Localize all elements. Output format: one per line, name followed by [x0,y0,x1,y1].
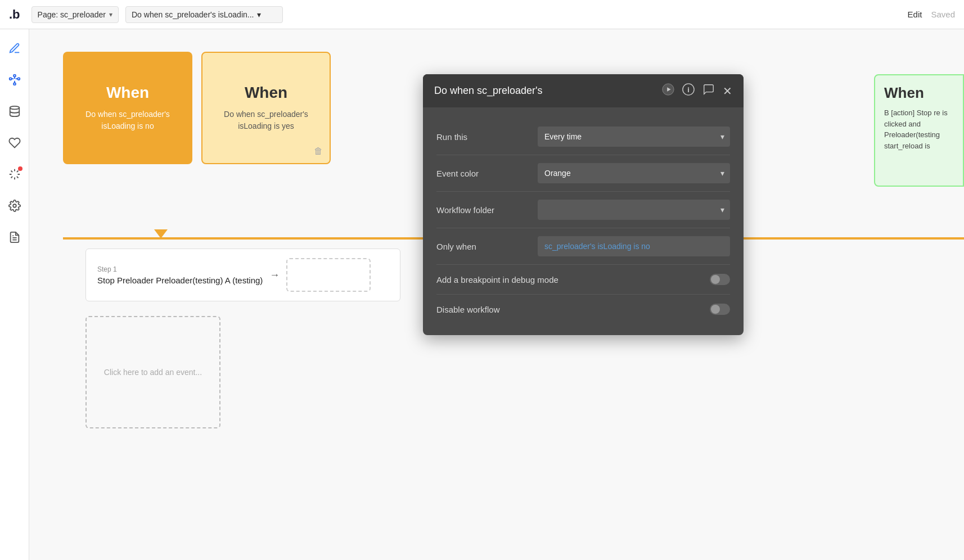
step-area: Step 1 Stop Preloader Preloader(testing)… [85,249,400,301]
orange-triangle [154,229,168,238]
panel-header: Do when sc_preloader's i [423,74,744,107]
card-2-title: When [245,84,287,102]
add-event-box[interactable]: Click here to add an event... [85,316,220,428]
svg-point-8 [10,106,19,110]
workflow-folder-select-wrap [538,200,730,220]
card-1-desc: Do when sc_preloader's isLoading is no [74,109,181,132]
disable-workflow-row: Disable workflow [436,295,730,324]
app-logo: .b [9,7,20,22]
app-header: .b Page: sc_preloader ▾ Do when sc_prelo… [0,0,964,29]
event-color-label: Event color [436,169,538,178]
page-selector[interactable]: Page: sc_preloader ▾ [31,6,119,23]
when-card-2[interactable]: When Do when sc_preloader's isLoading is… [201,52,331,164]
run-this-label: Run this [436,132,538,142]
when-card-3[interactable]: When B [action] Stop re is clicked and P… [874,74,964,187]
when-card-1[interactable]: When Do when sc_preloader's isLoading is… [63,52,192,164]
run-this-select[interactable]: Every time Once Only first time [538,127,730,147]
step-arrow: → [269,269,280,281]
add-event-text: Click here to add an event... [93,355,213,390]
add-step-box[interactable] [286,258,371,292]
sidebar-item-design[interactable] [4,38,25,58]
workflow-folder-label: Workflow folder [436,205,538,215]
disable-workflow-label: Disable workflow [436,305,500,314]
panel-body: Run this Every time Once Only first time… [423,107,744,335]
card-2-desc: Do when sc_preloader's isLoading is yes [214,109,318,132]
plugin-badge [18,166,22,171]
header-actions: Edit Saved [908,10,955,19]
panel-comment-icon[interactable] [702,83,715,98]
panel-header-icons: i ✕ [662,83,732,98]
breakpoint-row: Add a breakpoint in debug mode [436,265,730,295]
panel-play-icon[interactable] [662,83,674,98]
breakpoint-label: Add a breakpoint in debug mode [436,275,558,284]
svg-rect-0 [9,78,11,80]
breakpoint-toggle[interactable] [710,274,730,285]
workflow-folder-row: Workflow folder [436,192,730,228]
page-selector-label: Page: sc_preloader [38,10,106,19]
edit-button[interactable]: Edit [908,10,922,19]
event-color-select-wrap: Orange Red Blue Green Purple [538,163,730,183]
svg-rect-3 [13,83,16,85]
card-3-title: When [884,84,954,102]
svg-point-9 [13,204,16,207]
sidebar-item-database[interactable] [4,101,25,121]
only-when-value[interactable]: sc_preloader's isLoading is no [538,236,730,256]
step-content[interactable]: Stop Preloader Preloader(testing) A (tes… [97,276,263,285]
sidebar-item-settings[interactable] [4,196,25,216]
disable-workflow-toggle[interactable] [710,304,730,315]
run-this-row: Run this Every time Once Only first time [436,119,730,155]
step-label: Step 1 [97,265,263,273]
trash-icon[interactable]: 🗑 [314,146,323,156]
workflow-settings-panel: Do when sc_preloader's i [423,74,744,335]
sidebar-item-style[interactable] [4,133,25,153]
svg-rect-1 [17,78,20,80]
app-layout: When Do when sc_preloader's isLoading is… [0,29,964,560]
workflow-folder-select[interactable] [538,200,730,220]
main-canvas: When Do when sc_preloader's isLoading is… [29,29,964,560]
svg-text:i: i [687,85,690,94]
event-color-select[interactable]: Orange Red Blue Green Purple [538,163,730,183]
event-color-row: Event color Orange Red Blue Green Purple [436,155,730,192]
panel-close-icon[interactable]: ✕ [723,84,732,98]
workflow-selector-chevron: ▾ [257,10,261,19]
only-when-label: Only when [436,242,538,251]
sidebar-item-network[interactable] [4,70,25,90]
run-this-select-wrap: Every time Once Only first time [538,127,730,147]
sidebar-item-docs[interactable] [4,227,25,247]
only-when-row: Only when sc_preloader's isLoading is no [436,228,730,265]
sidebar-item-plugins[interactable] [4,164,25,184]
card-3-desc: B [action] Stop re is clicked and Preloa… [884,107,954,151]
svg-rect-2 [13,75,16,77]
page-selector-chevron: ▾ [109,11,112,19]
card-1-title: When [106,84,149,102]
workflow-selector[interactable]: Do when sc_preloader's isLoadin... ▾ [125,6,283,23]
panel-title: Do when sc_preloader's [434,85,655,97]
saved-status: Saved [931,10,955,19]
workflow-selector-label: Do when sc_preloader's isLoadin... [132,10,254,19]
sidebar [0,29,29,560]
panel-info-icon[interactable]: i [682,83,695,98]
